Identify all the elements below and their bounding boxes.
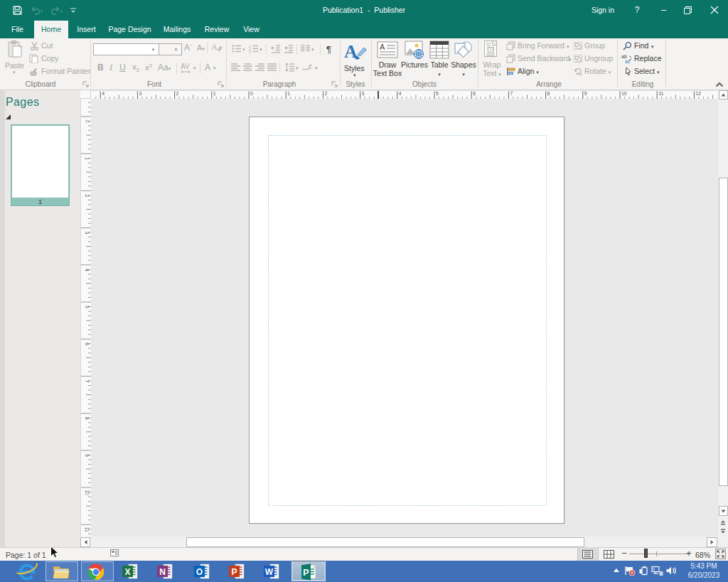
svg-text:11: 11 [658,91,663,96]
svg-text:P: P [231,567,237,577]
svg-text:O: O [196,567,203,577]
svg-text:3: 3 [85,232,90,235]
svg-text:5: 5 [436,91,439,96]
svg-text:A: A [211,42,218,52]
svg-text:11: 11 [85,527,90,532]
svg-text:4: 4 [85,269,90,271]
svg-text:1: 1 [213,91,216,96]
svg-text:2: 2 [85,195,90,198]
svg-text:4: 4 [102,91,105,96]
svg-text:6: 6 [473,91,476,96]
svg-text:0: 0 [85,120,90,123]
svg-text:10: 10 [621,91,627,96]
svg-text:0: 0 [250,91,253,96]
svg-text:12: 12 [695,91,701,96]
svg-text:9: 9 [584,91,587,96]
svg-text:X: X [124,567,130,577]
svg-text:AV: AV [181,63,190,70]
svg-text:7: 7 [85,380,90,383]
svg-text:3: 3 [139,91,141,96]
svg-text:2: 2 [324,91,327,96]
svg-text:A: A [380,43,385,51]
svg-text:6: 6 [85,343,90,345]
svg-text:5: 5 [85,306,90,308]
svg-text:10: 10 [85,490,90,495]
svg-text:1: 1 [85,157,90,160]
svg-text:ab: ab [621,54,627,59]
svg-text:1: 1 [287,91,290,96]
svg-text:3: 3 [653,567,655,571]
svg-text:3: 3 [249,50,251,54]
svg-text:W: W [265,567,274,577]
svg-text:9: 9 [85,454,90,457]
svg-text:8: 8 [547,91,550,96]
svg-text:8: 8 [85,417,90,420]
svg-text:2: 2 [176,91,179,96]
svg-text:3: 3 [362,91,365,96]
svg-text:7: 7 [510,91,513,96]
svg-text:P: P [303,568,309,578]
svg-text:N: N [159,567,166,577]
svg-text:4: 4 [399,91,402,96]
